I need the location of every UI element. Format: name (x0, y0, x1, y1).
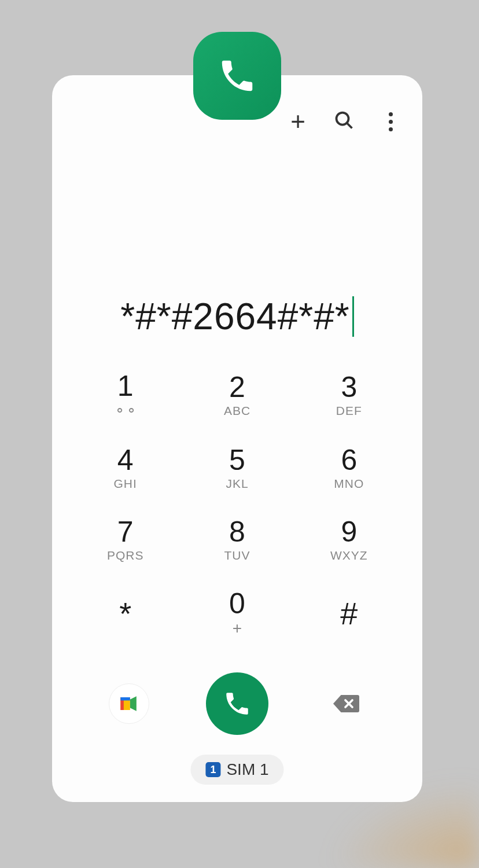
svg-point-0 (337, 113, 349, 125)
key-hash[interactable]: # (299, 589, 399, 638)
sim-label: SIM 1 (226, 760, 268, 779)
key-digit-label: 8 (229, 517, 245, 546)
add-button[interactable]: + (286, 110, 309, 133)
key-sub-label: GHI (113, 477, 137, 491)
key-digit-label: 2 (229, 373, 245, 402)
key-7[interactable]: 7 PQRS (75, 517, 175, 562)
key-digit-label: # (340, 598, 358, 629)
backspace-button[interactable] (331, 693, 359, 714)
search-icon (334, 110, 355, 133)
sim-selector[interactable]: 1 SIM 1 (190, 755, 283, 785)
more-vert-icon (389, 112, 393, 131)
key-2[interactable]: 2 ABC (187, 372, 287, 419)
key-digit-label: 7 (117, 517, 134, 546)
keypad: 1 ⚬⚬ 2 ABC 3 DEF 4 GHI 5 JKL 6 MNO 7 PQR… (75, 372, 399, 638)
key-sub-label: JKL (226, 477, 248, 491)
key-digit-label: 9 (341, 517, 357, 546)
key-9[interactable]: 9 WXYZ (299, 517, 399, 562)
key-star[interactable]: * (75, 589, 175, 638)
call-button[interactable] (206, 672, 268, 735)
phone-app-icon[interactable] (193, 32, 281, 120)
key-6[interactable]: 6 MNO (299, 446, 399, 491)
key-digit-label: 4 (117, 446, 134, 475)
key-digit-label: 5 (229, 446, 245, 475)
more-button[interactable] (379, 110, 402, 133)
key-digit-label: * (119, 598, 131, 629)
dialer-card: + *#*#2664#*#* 1 ⚬⚬ 2 ABC 3 DEF (52, 75, 422, 802)
key-sub-label: PQRS (107, 549, 144, 562)
key-sub-label: WXYZ (330, 549, 368, 562)
key-sub-label: TUV (224, 549, 250, 562)
entered-number: *#*#2664#*#* (120, 295, 349, 338)
key-digit-label: 6 (341, 446, 357, 475)
backspace-icon (331, 693, 359, 714)
sim-number-badge: 1 (205, 762, 220, 777)
action-row (75, 672, 399, 735)
key-digit-label: 1 (117, 372, 134, 400)
key-4[interactable]: 4 GHI (75, 446, 175, 491)
key-1[interactable]: 1 ⚬⚬ (75, 372, 175, 419)
svg-line-1 (347, 123, 352, 128)
voicemail-icon: ⚬⚬ (114, 403, 137, 419)
key-5[interactable]: 5 JKL (187, 446, 287, 491)
key-8[interactable]: 8 TUV (187, 517, 287, 562)
key-digit-label: 0 (229, 589, 245, 618)
key-sub-label: MNO (334, 477, 364, 491)
key-digit-label: 3 (341, 373, 357, 402)
key-0[interactable]: 0 + (187, 589, 287, 638)
number-display[interactable]: *#*#2664#*#* (52, 295, 422, 338)
header-actions: + (286, 110, 402, 133)
google-meet-icon (116, 691, 142, 716)
video-call-button[interactable] (109, 683, 149, 724)
phone-icon (223, 689, 252, 718)
key-3[interactable]: 3 DEF (299, 372, 399, 419)
cursor (352, 296, 354, 337)
search-button[interactable] (333, 110, 356, 133)
plus-icon: + (290, 107, 305, 136)
key-sub-label: ABC (224, 404, 250, 418)
key-sub-label: + (233, 619, 242, 638)
key-sub-label: DEF (336, 404, 362, 418)
